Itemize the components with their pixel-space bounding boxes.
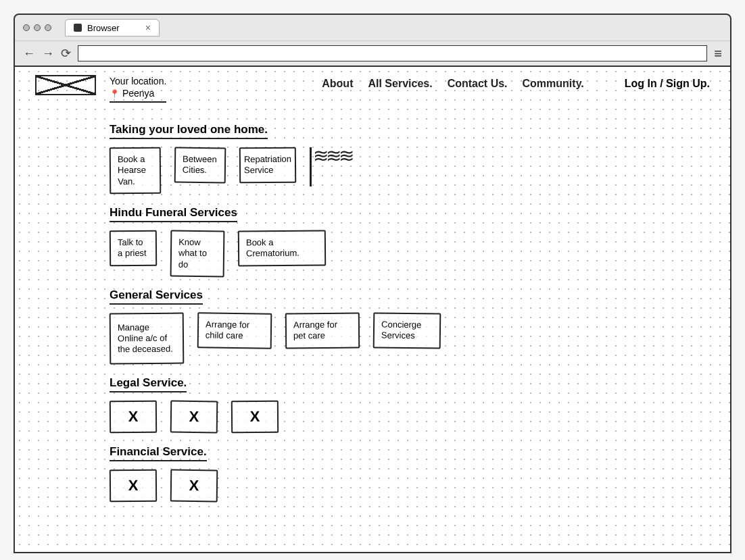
page-content: Your location. 📍 Peenya About All Servic… xyxy=(14,67,731,553)
address-bar: ← → ⟳ ≡ xyxy=(15,41,730,66)
tab-bar: Browser × xyxy=(15,15,730,41)
card-book-crematorium[interactable]: Book a Crematorium. xyxy=(238,230,326,266)
url-input[interactable] xyxy=(78,45,707,61)
nav-all-services[interactable]: All Services. xyxy=(368,78,432,90)
card-between-cities[interactable]: Between Cities. xyxy=(174,147,226,182)
tab-favicon-icon xyxy=(74,24,82,32)
window-max-dot[interactable] xyxy=(45,24,51,31)
section-title: Taking your loved one home. xyxy=(110,123,268,139)
nav-about[interactable]: About xyxy=(322,78,353,90)
card-row: X X xyxy=(110,469,710,502)
card-row: Talk to a priest Know what to do Book a … xyxy=(110,230,710,277)
section-financial: Financial Service. X X xyxy=(110,445,710,502)
card-placeholder[interactable]: X xyxy=(231,401,279,434)
card-repatriation[interactable]: Repatriation Service xyxy=(239,147,296,182)
forward-icon[interactable]: → xyxy=(42,47,54,61)
card-row: Manage Online a/c of the deceased. Arran… xyxy=(110,313,710,364)
main-nav: About All Services. Contact Us. Communit… xyxy=(322,75,584,90)
card-book-hearse[interactable]: Book a Hearse Van. xyxy=(110,147,162,193)
logo-placeholder[interactable] xyxy=(35,75,96,95)
browser-tab[interactable]: Browser × xyxy=(65,19,160,36)
section-title: Financial Service. xyxy=(110,445,207,461)
card-manage-accounts[interactable]: Manage Online a/c of the deceased. xyxy=(110,313,185,365)
menu-icon[interactable]: ≡ xyxy=(714,46,722,61)
card-row: X X X xyxy=(110,401,710,433)
sketch-placeholder-icon xyxy=(310,147,358,186)
location-pin-icon: 📍 xyxy=(110,89,120,99)
window-min-dot[interactable] xyxy=(34,24,41,31)
login-signup-link[interactable]: Log In / Sign Up. xyxy=(625,75,710,90)
reload-icon[interactable]: ⟳ xyxy=(61,46,71,61)
section-title: Legal Service. xyxy=(110,376,187,392)
window-controls xyxy=(23,24,51,31)
section-legal: Legal Service. X X X xyxy=(110,376,710,433)
location-selector[interactable]: Your location. 📍 Peenya xyxy=(110,75,166,103)
card-know-what[interactable]: Know what to do xyxy=(170,230,225,277)
window-close-dot[interactable] xyxy=(23,24,30,31)
location-label: Your location. xyxy=(110,75,166,87)
section-title: Hindu Funeral Services xyxy=(110,206,237,222)
tab-close-icon[interactable]: × xyxy=(145,22,151,33)
card-pet-care[interactable]: Arrange for pet care xyxy=(285,313,360,349)
section-transport: Taking your loved one home. Book a Hears… xyxy=(110,123,710,194)
nav-community[interactable]: Community. xyxy=(523,78,584,90)
nav-contact[interactable]: Contact Us. xyxy=(448,78,508,90)
card-concierge[interactable]: Concierge Services xyxy=(373,313,441,349)
card-row: Book a Hearse Van. Between Cities. Repat… xyxy=(110,147,710,194)
browser-window: Browser × ← → ⟳ ≡ xyxy=(14,14,731,67)
card-placeholder[interactable]: X xyxy=(170,401,218,434)
tab-title: Browser xyxy=(87,23,120,33)
back-icon[interactable]: ← xyxy=(23,47,35,61)
card-placeholder[interactable]: X xyxy=(110,401,157,434)
section-hindu-funeral: Hindu Funeral Services Talk to a priest … xyxy=(110,206,710,277)
card-talk-priest[interactable]: Talk to a priest xyxy=(110,230,157,265)
card-child-care[interactable]: Arrange for child care xyxy=(197,313,272,349)
site-header: Your location. 📍 Peenya About All Servic… xyxy=(35,75,710,103)
section-general: General Services Manage Online a/c of th… xyxy=(110,288,710,364)
location-value: Peenya xyxy=(122,88,154,99)
card-placeholder[interactable]: X xyxy=(170,469,218,503)
section-title: General Services xyxy=(110,288,203,305)
card-placeholder[interactable]: X xyxy=(110,469,157,503)
